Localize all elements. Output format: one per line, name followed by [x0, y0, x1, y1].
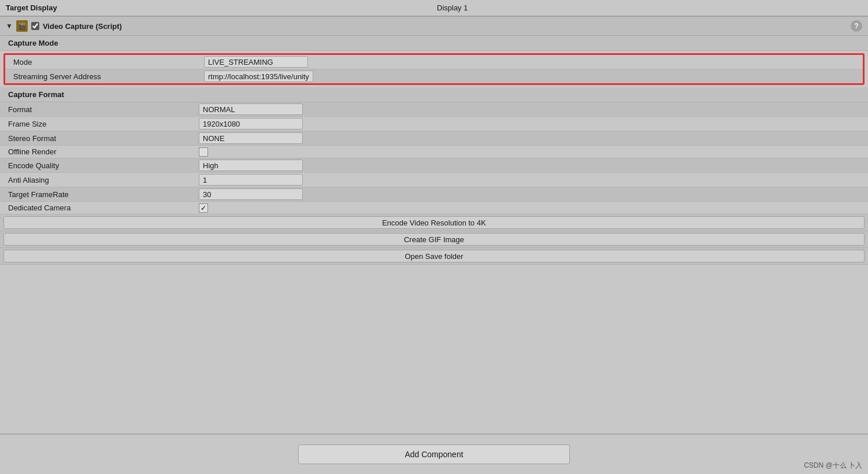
- create-gif-button-row: Create GIF Image: [0, 231, 868, 248]
- frame-size-value-area: 1920x1080: [196, 117, 868, 131]
- target-display-label: Target Display: [6, 3, 431, 12]
- target-framerate-label: Target FrameRate: [0, 189, 196, 200]
- target-framerate-row: Target FrameRate 30: [0, 187, 868, 202]
- inspector-panel: Target Display Display 1 ▼ 🎬 Video Captu…: [0, 0, 868, 474]
- open-save-folder-button-row: Open Save folder: [0, 248, 868, 265]
- mode-row: Mode LIVE_STREAMING: [5, 55, 863, 69]
- encode-4k-button[interactable]: Encode Video Resolution to 4K: [3, 216, 865, 229]
- encode-quality-row: Encode Quality High: [0, 158, 868, 173]
- stereo-format-field[interactable]: NONE: [199, 132, 303, 144]
- format-field[interactable]: NORMAL: [199, 103, 303, 115]
- component-enabled-checkbox[interactable]: [31, 22, 39, 30]
- component-title: Video Capture (Script): [43, 22, 847, 31]
- dedicated-camera-check: ✓: [201, 204, 206, 212]
- dedicated-camera-value-area: ✓: [196, 202, 868, 214]
- frame-size-label: Frame Size: [0, 118, 196, 129]
- properties-area: Capture Mode Mode LIVE_STREAMING Streami…: [0, 36, 868, 434]
- watermark: CSDN @十么 卜入: [804, 461, 862, 471]
- stereo-format-row: Stereo Format NONE: [0, 131, 868, 146]
- target-framerate-field[interactable]: 30: [199, 188, 303, 200]
- encode-quality-label: Encode Quality: [0, 160, 196, 171]
- create-gif-button[interactable]: Create GIF Image: [3, 233, 865, 246]
- encode-quality-value: High: [203, 161, 218, 170]
- format-value: NORMAL: [203, 105, 235, 114]
- offline-render-row: Offline Render: [0, 146, 868, 158]
- target-framerate-value: 30: [203, 190, 211, 199]
- anti-aliasing-row: Anti Aliasing 1: [0, 173, 868, 187]
- streaming-server-label: Streaming Server Address: [5, 71, 202, 82]
- help-icon-label: ?: [854, 22, 858, 30]
- capture-mode-label: Capture Mode: [8, 39, 58, 47]
- format-row: Format NORMAL: [0, 102, 868, 117]
- open-save-folder-button[interactable]: Open Save folder: [3, 250, 865, 262]
- collapse-arrow-icon[interactable]: ▼: [6, 22, 13, 30]
- frame-size-row: Frame Size 1920x1080: [0, 117, 868, 131]
- encode-quality-value-area: High: [196, 158, 868, 172]
- format-value-area: NORMAL: [196, 102, 868, 116]
- anti-aliasing-field[interactable]: 1: [199, 174, 303, 186]
- offline-render-checkbox[interactable]: [199, 147, 208, 157]
- target-display-value: Display 1: [431, 3, 862, 12]
- component-icon: 🎬: [16, 20, 28, 32]
- mode-value: LIVE_STREAMING: [208, 58, 273, 66]
- stereo-format-label: Stereo Format: [0, 133, 196, 144]
- dedicated-camera-checkbox[interactable]: ✓: [199, 203, 208, 213]
- add-component-button[interactable]: Add Component: [298, 445, 570, 464]
- capture-format-section: Capture Format: [0, 87, 868, 102]
- highlighted-mode-section: Mode LIVE_STREAMING Streaming Server Add…: [3, 53, 865, 85]
- stereo-format-value: NONE: [203, 134, 225, 143]
- component-header: ▼ 🎬 Video Capture (Script) ?: [0, 16, 868, 36]
- mode-field[interactable]: LIVE_STREAMING: [204, 56, 308, 68]
- anti-aliasing-value-area: 1: [196, 173, 868, 187]
- offline-render-value-area: [196, 146, 868, 158]
- stereo-format-value-area: NONE: [196, 131, 868, 145]
- streaming-server-value-area: rtmp://localhost:1935/live/unity: [202, 69, 863, 83]
- help-icon[interactable]: ?: [851, 20, 862, 32]
- frame-size-field[interactable]: 1920x1080: [199, 118, 303, 129]
- encode-4k-button-row: Encode Video Resolution to 4K: [0, 214, 868, 231]
- offline-render-label: Offline Render: [0, 146, 196, 157]
- encode-quality-field[interactable]: High: [199, 160, 303, 171]
- dedicated-camera-row: Dedicated Camera ✓: [0, 202, 868, 214]
- anti-aliasing-value: 1: [203, 176, 207, 184]
- target-framerate-value-area: 30: [196, 187, 868, 201]
- capture-mode-section: Capture Mode: [0, 36, 868, 51]
- anti-aliasing-label: Anti Aliasing: [0, 175, 196, 186]
- streaming-server-value: rtmp://localhost:1935/live/unity: [208, 72, 309, 81]
- dedicated-camera-label: Dedicated Camera: [0, 202, 196, 213]
- capture-format-label: Capture Format: [8, 90, 64, 99]
- target-display-row: Target Display Display 1: [0, 0, 868, 16]
- bottom-bar: Add Component CSDN @十么 卜入: [0, 434, 868, 474]
- mode-label: Mode: [5, 57, 202, 68]
- streaming-server-row: Streaming Server Address rtmp://localhos…: [5, 69, 863, 83]
- format-label: Format: [0, 104, 196, 115]
- frame-size-value: 1920x1080: [203, 120, 240, 128]
- mode-value-area: LIVE_STREAMING: [202, 55, 863, 69]
- component-icon-symbol: 🎬: [18, 23, 26, 30]
- streaming-server-field[interactable]: rtmp://localhost:1935/live/unity: [204, 71, 313, 82]
